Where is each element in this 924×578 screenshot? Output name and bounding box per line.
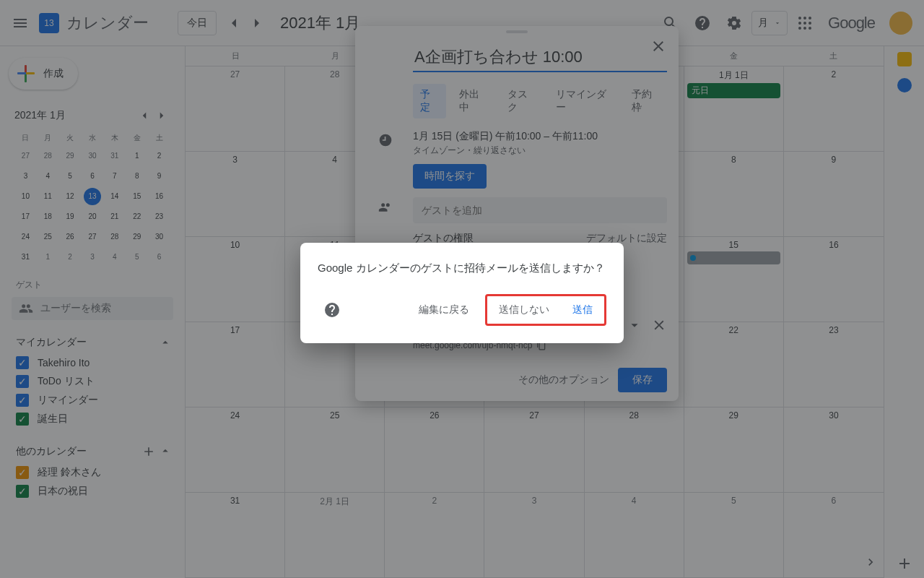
dialog-message: Google カレンダーのゲストに招待メールを送信しますか？ (318, 260, 606, 277)
send-invite-dialog: Google カレンダーのゲストに招待メールを送信しますか？ 編集に戻る 送信し… (300, 243, 624, 343)
dialog-help-icon[interactable] (318, 296, 346, 324)
annotation-highlight: 送信しない 送信 (485, 294, 606, 326)
dialog-back-button[interactable]: 編集に戻る (409, 298, 479, 322)
dialog-send-button[interactable]: 送信 (562, 298, 603, 322)
dialog-nosend-button[interactable]: 送信しない (489, 298, 559, 322)
